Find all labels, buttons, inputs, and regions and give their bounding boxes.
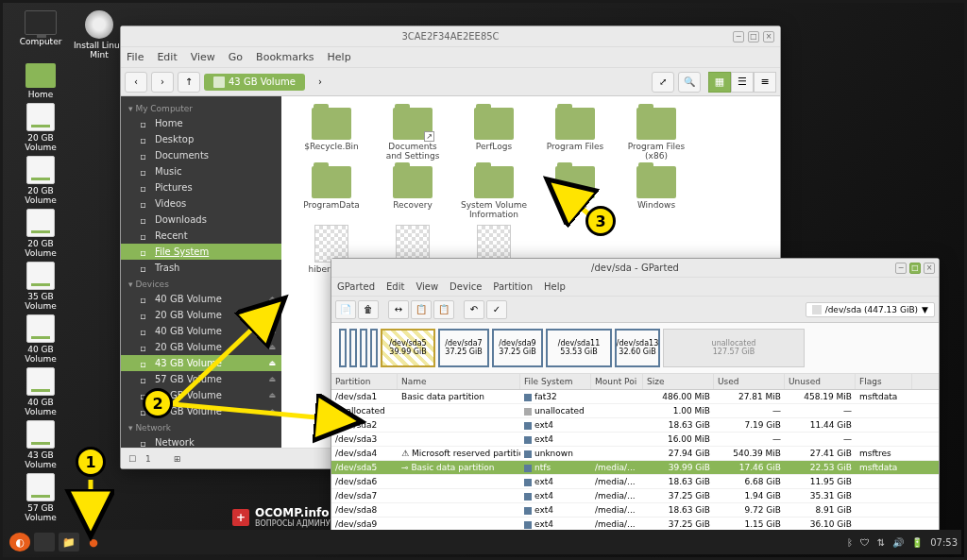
desktop-icon-40-gb-volume[interactable]: 40 GB Volume <box>12 314 69 364</box>
gp-minimize-button[interactable]: − <box>895 263 907 274</box>
desktop-icon-35-gb-volume[interactable]: 35 GB Volume <box>12 262 69 311</box>
updates-icon[interactable]: 🛡 <box>860 537 870 548</box>
desktop-icon-57-gb-volume[interactable]: 57 GB Volume <box>12 473 69 522</box>
sidebar-item-pictures[interactable]: ▫Pictures <box>121 179 281 195</box>
arrows-icon[interactable]: ⤢ <box>652 72 674 93</box>
partition-map[interactable]: /dev/sda539.99 GiB/dev/sda737.25 GiB/dev… <box>331 323 939 374</box>
sidebar-item-recent[interactable]: ▫Recent <box>121 228 281 244</box>
map-partition[interactable]: /dev/sda937.25 GiB <box>492 329 543 367</box>
file-windows[interactable]: Windows <box>623 166 689 219</box>
firefox-tasklet[interactable]: ● <box>83 533 104 552</box>
file-program-files-x86-[interactable]: Program Files (x86) <box>623 108 689 161</box>
file-recovery[interactable]: Recovery <box>380 166 446 219</box>
desktop-icon-install-linux-mint[interactable]: Install Linux Mint <box>71 10 127 59</box>
resize-button[interactable]: ↔ <box>388 300 409 319</box>
sidebar-item-network[interactable]: ▫Network <box>121 434 281 448</box>
desktop-icon-home[interactable]: Home <box>12 63 69 99</box>
device-selector[interactable]: /dev/sda (447.13 GiB) ▼ <box>806 302 935 317</box>
menu-button[interactable]: ◐ <box>9 533 30 552</box>
file-documents-and-settings[interactable]: ↗Documents and Settings <box>380 108 446 161</box>
map-partition[interactable]: /dev/sda737.25 GiB <box>438 329 489 367</box>
file-perflogs[interactable]: PerfLogs <box>461 108 527 161</box>
partition-row[interactable]: /dev/sda3ext416.00 MiB—— <box>331 433 939 447</box>
gp-titlebar[interactable]: /dev/sda - GParted − □ × <box>331 259 939 278</box>
up-button[interactable]: ↑ <box>178 72 200 93</box>
show-desktop-button[interactable] <box>34 533 55 552</box>
partition-row[interactable]: /dev/sda1Basic data partitionfat32486.00… <box>331 390 939 404</box>
sidebar-item-57-gb-volume[interactable]: ▫57 GB Volume⏏ <box>121 371 281 387</box>
column-header[interactable]: Mount Poi <box>591 374 643 389</box>
path-breadcrumb[interactable]: 43 GB Volume <box>204 74 305 91</box>
file-program-files[interactable]: Program Files <box>542 108 608 161</box>
sidebar-item-documents[interactable]: ▫Documents <box>121 147 281 163</box>
menu-go[interactable]: Go <box>229 51 243 63</box>
map-partition[interactable] <box>360 329 367 367</box>
gp-menu-help[interactable]: Help <box>544 281 566 292</box>
battery-icon[interactable]: 🔋 <box>911 537 923 548</box>
column-header[interactable]: Unused <box>785 374 856 389</box>
sidebar-item-43-gb-volume[interactable]: ▫43 GB Volume⏏ <box>121 355 281 371</box>
partition-row[interactable]: unallocatedunallocated1.00 MiB—— <box>331 404 939 418</box>
volume-icon[interactable]: 🔊 <box>892 537 904 548</box>
desktop-icon-40-gb-volume[interactable]: 40 GB Volume <box>12 367 69 416</box>
menu-edit[interactable]: Edit <box>157 51 177 63</box>
map-partition[interactable]: /dev/sda539.99 GiB <box>381 329 435 367</box>
sidebar-item-20-gb-volume[interactable]: ▫20 GB Volume⏏ <box>121 307 281 323</box>
apply-button[interactable]: ✓ <box>486 300 507 319</box>
sidebar-item-home[interactable]: ▫Home <box>121 115 281 131</box>
clock[interactable]: 07:53 <box>930 537 958 548</box>
copy-button[interactable]: 📋 <box>411 300 432 319</box>
paste-button[interactable]: 📋 <box>433 300 454 319</box>
desktop-icon-computer[interactable]: Computer <box>12 10 69 59</box>
column-header[interactable]: Partition <box>331 374 398 389</box>
sidebar-item-file-system[interactable]: ▫File System <box>121 244 281 260</box>
fm-titlebar[interactable]: 3CAE2F34AE2EE85C − □ × <box>121 26 780 47</box>
gp-maximize-button[interactable]: □ <box>909 263 921 274</box>
partition-row[interactable]: /dev/sda8ext4/media/...18.63 GiB9.72 GiB… <box>331 503 939 518</box>
view-list-button[interactable]: ☰ <box>731 72 754 93</box>
menu-bookmarks[interactable]: Bookmarks <box>256 51 314 63</box>
sidebar-item-music[interactable]: ▫Music <box>121 163 281 179</box>
minimize-button[interactable]: − <box>733 31 744 42</box>
sidebar-item-40-gb-volume[interactable]: ▫40 GB Volume⏏ <box>121 291 281 307</box>
menu-file[interactable]: File <box>127 51 144 63</box>
gp-menu-device[interactable]: Device <box>450 281 482 292</box>
desktop-icon-20-gb-volume[interactable]: 20 GB Volume <box>12 209 69 258</box>
map-partition[interactable] <box>349 329 357 367</box>
view-compact-button[interactable]: ≡ <box>754 72 776 93</box>
sidebar-item-downloads[interactable]: ▫Downloads <box>121 212 281 228</box>
partition-row[interactable]: /dev/sda2ext418.63 GiB7.19 GiB11.44 GiB <box>331 418 939 433</box>
sidebar-section[interactable]: ▾ Network <box>121 419 281 434</box>
column-header[interactable]: File System <box>520 374 591 389</box>
files-tasklet[interactable]: 📁 <box>59 533 79 552</box>
partition-row[interactable]: /dev/sda7ext4/media/...37.25 GiB1.94 GiB… <box>331 489 939 503</box>
file--recycle-bin[interactable]: $Recycle.Bin <box>298 108 365 161</box>
partition-row[interactable]: /dev/sda4⚠ Microsoft reserved partitionu… <box>331 447 939 461</box>
partition-row[interactable]: /dev/sda6ext4/media/...18.63 GiB6.68 GiB… <box>331 475 939 489</box>
forward-button[interactable]: › <box>151 72 174 93</box>
column-header[interactable]: Name <box>398 374 520 389</box>
desktop-icon-20-gb-volume[interactable]: 20 GB Volume <box>12 156 69 205</box>
network-icon[interactable]: ⇅ <box>877 537 885 548</box>
column-header[interactable]: Size <box>643 374 714 389</box>
map-partition[interactable]: /dev/sda1153.53 GiB <box>546 329 612 367</box>
sidebar-item-20-gb-volume[interactable]: ▫20 GB Volume⏏ <box>121 339 281 355</box>
gp-menu-partition[interactable]: Partition <box>493 281 533 292</box>
file-programdata[interactable]: ProgramData <box>298 166 365 219</box>
gp-menu-view[interactable]: View <box>416 281 438 292</box>
sidebar-section[interactable]: ▾ My Computer <box>121 100 281 115</box>
column-header[interactable]: Used <box>714 374 785 389</box>
column-header[interactable]: Flags <box>856 374 912 389</box>
view-icons-button[interactable]: ▦ <box>708 72 731 93</box>
map-partition[interactable]: unallocated127.57 GiB <box>663 329 805 367</box>
gp-menu-edit[interactable]: Edit <box>386 281 404 292</box>
sidebar-item-desktop[interactable]: ▫Desktop <box>121 131 281 147</box>
close-button[interactable]: × <box>763 31 774 42</box>
new-partition-button[interactable]: 📄 <box>335 300 356 319</box>
menu-view[interactable]: View <box>191 51 215 63</box>
map-partition[interactable] <box>370 329 378 367</box>
desktop-icon-43-gb-volume[interactable]: 43 GB Volume <box>12 420 69 469</box>
gp-close-button[interactable]: × <box>924 263 935 274</box>
sidebar-item-trash[interactable]: ▫Trash <box>121 260 281 276</box>
partition-row[interactable]: /dev/sda5⊸ Basic data partitionntfs/medi… <box>331 461 939 475</box>
